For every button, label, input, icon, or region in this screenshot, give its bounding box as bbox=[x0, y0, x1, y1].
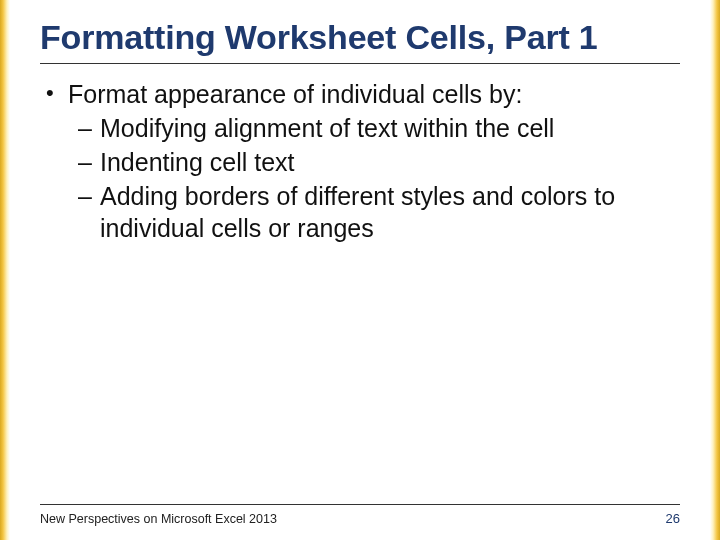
slide-body: Format appearance of individual cells by… bbox=[40, 64, 680, 504]
footer-text: New Perspectives on Microsoft Excel 2013 bbox=[40, 512, 277, 526]
bullet-level1: Format appearance of individual cells by… bbox=[40, 78, 680, 110]
slide-title: Formatting Worksheet Cells, Part 1 bbox=[40, 18, 680, 64]
slide-border-right bbox=[710, 0, 720, 540]
bullet-level2-3: Adding borders of different styles and c… bbox=[40, 180, 680, 244]
slide-footer: New Perspectives on Microsoft Excel 2013… bbox=[40, 504, 680, 526]
bullet-level2-2: Indenting cell text bbox=[40, 146, 680, 178]
slide-content: Formatting Worksheet Cells, Part 1 Forma… bbox=[10, 0, 710, 540]
page-number: 26 bbox=[666, 511, 680, 526]
slide-border-left bbox=[0, 0, 10, 540]
bullet-level2-1: Modifying alignment of text within the c… bbox=[40, 112, 680, 144]
